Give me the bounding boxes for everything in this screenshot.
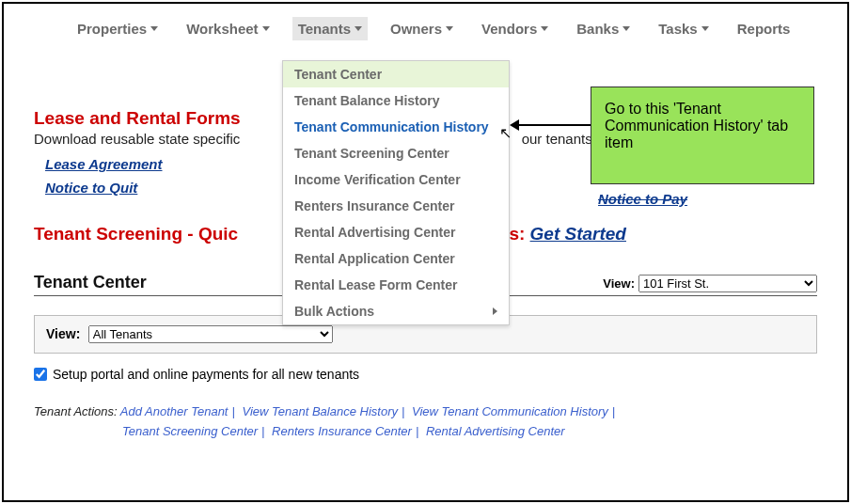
nav-label: Reports — [737, 21, 791, 37]
tenant-screening-center-link[interactable]: Tenant Screening Center — [122, 424, 258, 438]
view-comm-history-link[interactable]: View Tenant Communication History — [412, 404, 608, 418]
dropdown-tenant-center[interactable]: Tenant Center — [283, 61, 509, 87]
dropdown-rental-application-center[interactable]: Rental Application Center — [283, 245, 509, 272]
actions-label: Tenant Actions: — [34, 404, 118, 418]
dropdown-label: Tenant Communication History — [294, 119, 489, 134]
nav-reports[interactable]: Reports — [732, 17, 796, 40]
nav-tenants[interactable]: Tenants — [292, 17, 368, 40]
nav-owners[interactable]: Owners — [385, 17, 459, 40]
dropdown-label: Tenant Center — [294, 67, 382, 82]
tenant-actions: Tenant Actions: Add Another Tenant| View… — [34, 402, 817, 442]
screening-prefix: Tenant Screening - Quic — [34, 224, 238, 244]
view-balance-history-link[interactable]: View Tenant Balance History — [243, 404, 398, 418]
renters-insurance-center-link[interactable]: Renters Insurance Center — [272, 424, 412, 438]
caret-right-icon — [493, 307, 497, 315]
dropdown-income-verification-center[interactable]: Income Verification Center — [283, 166, 509, 193]
dropdown-label: Rental Advertising Center — [294, 225, 455, 240]
caret-down-icon — [541, 26, 548, 31]
caret-down-icon — [150, 26, 158, 31]
rental-advertising-center-link[interactable]: Rental Advertising Center — [426, 424, 565, 438]
property-select[interactable]: 101 First St. — [638, 275, 817, 292]
nav-label: Owners — [390, 21, 442, 37]
dropdown-label: Rental Application Center — [294, 251, 455, 266]
caret-down-icon — [622, 26, 630, 31]
instruction-callout: Go to this 'Tenant Communication History… — [591, 87, 814, 184]
setup-portal-checkbox[interactable] — [34, 368, 47, 381]
tenant-filter-select[interactable]: All Tenants — [88, 325, 333, 343]
dropdown-label: Renters Insurance Center — [294, 198, 454, 213]
nav-properties[interactable]: Properties — [71, 17, 164, 40]
dropdown-label: Income Verification Center — [294, 172, 461, 187]
nav-label: Banks — [576, 21, 619, 37]
dropdown-label: Tenant Balance History — [294, 93, 440, 108]
add-another-tenant-link[interactable]: Add Another Tenant — [120, 404, 229, 418]
get-started-link[interactable]: Get Started — [530, 224, 626, 244]
cursor-icon: ↖ — [499, 124, 512, 142]
dropdown-rental-advertising-center[interactable]: Rental Advertising Center — [283, 219, 509, 245]
nav-label: Tenants — [298, 21, 351, 37]
dropdown-label: Tenant Screening Center — [294, 146, 449, 161]
nav-tasks[interactable]: Tasks — [653, 17, 714, 40]
desc-left: Download reusable state specific — [34, 131, 240, 147]
notice-to-pay-link[interactable]: Notice to Pay — [598, 191, 687, 207]
callout-text: Go to this 'Tenant Communication History… — [605, 101, 788, 150]
arrow-line-icon — [515, 124, 600, 126]
desc-right: our tenants. — [522, 131, 596, 147]
nav-label: Vendors — [481, 21, 537, 37]
nav-banks[interactable]: Banks — [571, 17, 636, 40]
filter-label: View: — [46, 326, 80, 341]
nav-worksheet[interactable]: Worksheet — [181, 17, 275, 40]
nav-label: Worksheet — [186, 21, 258, 37]
dropdown-label: Bulk Actions — [294, 304, 374, 319]
nav-label: Tasks — [658, 21, 697, 37]
dropdown-renters-insurance-center[interactable]: Renters Insurance Center — [283, 193, 509, 219]
dropdown-tenant-balance-history[interactable]: Tenant Balance History — [283, 87, 509, 114]
dropdown-tenant-screening-center[interactable]: Tenant Screening Center — [283, 140, 509, 166]
main-navbar: Properties Worksheet Tenants Owners Vend… — [34, 4, 817, 50]
setup-portal-label: Setup portal and online payments for all… — [53, 367, 359, 382]
dropdown-tenant-communication-history[interactable]: Tenant Communication History — [283, 114, 509, 140]
dropdown-label: Rental Lease Form Center — [294, 277, 458, 292]
tenants-dropdown: Tenant Center Tenant Balance History Ten… — [282, 60, 510, 325]
dropdown-rental-lease-form-center[interactable]: Rental Lease Form Center — [283, 272, 509, 298]
caret-down-icon — [262, 26, 270, 31]
caret-down-icon — [446, 26, 453, 31]
view-label: View: — [603, 276, 635, 291]
caret-down-icon — [355, 26, 362, 31]
tenant-center-title: Tenant Center — [34, 273, 147, 292]
nav-vendors[interactable]: Vendors — [476, 17, 554, 40]
caret-down-icon — [701, 26, 709, 31]
nav-label: Properties — [77, 21, 147, 37]
dropdown-bulk-actions[interactable]: Bulk Actions — [283, 298, 509, 324]
